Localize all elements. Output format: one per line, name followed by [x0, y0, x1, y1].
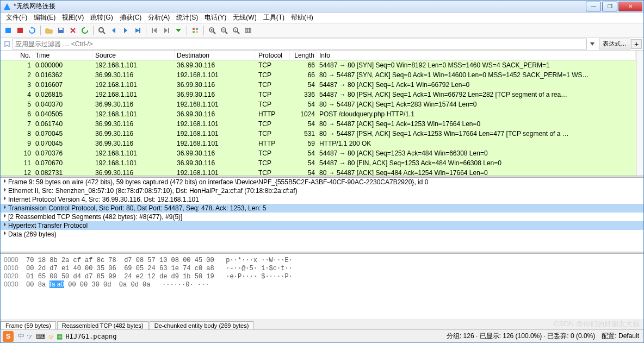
status-file: HIJ7G1.pcapng [66, 333, 117, 340]
toolbar: 1 [1, 23, 643, 38]
packet-row[interactable]: 70.06174036.99.30.116192.168.1.101TCP548… [1, 119, 636, 129]
menu-无线w[interactable]: 无线(W) [230, 12, 259, 23]
svg-marker-1 [5, 28, 11, 33]
bytes-tab[interactable]: Frame (59 bytes) [1, 321, 56, 329]
open-file-icon[interactable] [44, 25, 54, 36]
detail-line[interactable]: Data (269 bytes) [1, 230, 643, 239]
column-protocol[interactable]: Protocol [256, 51, 290, 60]
app-icon [3, 2, 11, 11]
column-time[interactable]: Time [33, 51, 93, 60]
expand-icon[interactable] [4, 222, 6, 227]
menu-视图v[interactable]: 视图(V) [59, 12, 87, 23]
menu-捕获c[interactable]: 捕获(C) [116, 12, 145, 23]
add-filter-button[interactable]: + [631, 39, 642, 49]
expand-icon[interactable] [4, 205, 6, 209]
menu-帮助h[interactable]: 帮助(H) [288, 12, 317, 23]
restart-capture-icon[interactable] [27, 25, 38, 36]
svg-line-32 [237, 32, 239, 34]
maximize-button[interactable]: ❐ [602, 2, 617, 11]
packet-row[interactable]: 110.070670192.168.1.10136.99.30.116TCP54… [1, 158, 636, 168]
packet-details-pane[interactable]: Frame 9: 59 bytes on wire (472 bits), 59… [1, 178, 643, 252]
stop-capture-icon[interactable] [15, 25, 26, 36]
detail-line[interactable]: Frame 9: 59 bytes on wire (472 bits), 59… [1, 178, 643, 186]
zoom-in-icon[interactable] [207, 25, 218, 36]
menu-跳转g[interactable]: 跳转(G) [87, 12, 116, 23]
zoom-out-icon[interactable] [219, 25, 230, 36]
colorize-icon[interactable] [190, 25, 201, 36]
expand-icon[interactable] [4, 231, 6, 235]
column-info[interactable]: Info [317, 51, 636, 60]
filter-dropdown-icon[interactable] [587, 39, 597, 49]
packet-row[interactable]: 30.016607192.168.1.10136.99.30.116TCP545… [1, 80, 636, 90]
display-filter-input[interactable] [13, 39, 587, 49]
bookmark-filter-icon[interactable] [2, 39, 12, 49]
minimize-button[interactable]: — [586, 2, 601, 11]
packet-bytes-pane[interactable]: 0000 70 18 8b 2a cf af 8c 78 d7 08 57 10… [1, 254, 643, 320]
menu-电话y[interactable]: 电话(Y) [201, 12, 230, 23]
packet-row[interactable]: 40.026815192.168.1.10136.99.30.116TCP336… [1, 90, 636, 99]
svg-rect-34 [247, 28, 249, 33]
reload-icon[interactable] [79, 25, 90, 36]
menu-工具t[interactable]: 工具(T) [260, 12, 288, 23]
menu-编辑e[interactable]: 编辑(E) [30, 12, 59, 23]
packet-list-body[interactable]: 10.000000192.168.1.10136.99.30.116TCP665… [1, 60, 636, 176]
svg-rect-2 [17, 28, 23, 33]
go-back-icon[interactable] [108, 25, 119, 36]
status-lang[interactable]: 中 ッ [18, 332, 33, 341]
packet-list-header[interactable]: No. Time Source Destination Protocol Len… [1, 51, 636, 60]
menubar: 文件(F)编辑(E)视图(V)跳转(G)捕获(C)分析(A)统计(S)电话(Y)… [1, 13, 643, 23]
go-to-packet-icon[interactable] [132, 25, 143, 36]
packet-row[interactable]: 90.07004536.99.30.116192.168.1.101HTTP59… [1, 139, 636, 148]
packet-row[interactable]: 120.08273136.99.30.116192.168.1.101TCP54… [1, 168, 636, 176]
bytes-tabbar: Frame (59 bytes)Reassembled TCP (482 byt… [1, 320, 643, 329]
start-capture-icon[interactable] [3, 25, 14, 36]
go-forward-icon[interactable] [120, 25, 131, 36]
detail-line[interactable]: [2 Reassembled TCP Segments (482 bytes):… [1, 213, 643, 221]
status-grid-icon[interactable]: ▦ [57, 333, 63, 340]
column-no[interactable]: No. [1, 51, 33, 60]
close-button[interactable]: ✕ [618, 2, 642, 11]
expand-icon[interactable] [4, 179, 6, 183]
ime-icon[interactable]: S [3, 331, 14, 342]
expand-icon[interactable] [4, 214, 6, 218]
column-source[interactable]: Source [93, 51, 175, 60]
detail-line[interactable]: Ethernet II, Src: Shenzhen_08:57:10 (8c:… [1, 186, 643, 195]
packet-row[interactable]: 60.040505192.168.1.10136.99.30.116HTTP10… [1, 109, 636, 119]
window-title: *无线网络连接 [14, 2, 586, 11]
svg-marker-12 [135, 28, 140, 33]
detail-line[interactable]: Hypertext Transfer Protocol [1, 221, 643, 230]
packet-minimap[interactable] [636, 51, 643, 176]
svg-marker-3 [30, 27, 32, 29]
expression-button[interactable]: 表达式… [599, 39, 630, 49]
packet-row[interactable]: 100.070376192.168.1.10136.99.30.116TCP54… [1, 148, 636, 158]
menu-统计s[interactable]: 统计(S) [173, 12, 201, 23]
bytes-tab[interactable]: Reassembled TCP (482 bytes) [57, 321, 148, 329]
column-length[interactable]: Length [290, 51, 317, 60]
packet-row[interactable]: 50.04037036.99.30.116192.168.1.101TCP548… [1, 99, 636, 109]
svg-marker-14 [153, 28, 157, 33]
resize-columns-icon[interactable] [243, 25, 253, 36]
packet-row[interactable]: 10.000000192.168.1.10136.99.30.116TCP665… [1, 60, 636, 70]
status-emoji-icon[interactable]: ☺ [47, 333, 54, 340]
status-profile[interactable]: 配置: Default [602, 332, 639, 341]
toolbar-separator [40, 26, 41, 35]
find-icon[interactable] [96, 25, 107, 36]
detail-line[interactable]: Transmission Control Protocol, Src Port:… [1, 204, 643, 213]
close-file-icon[interactable] [67, 25, 78, 36]
go-last-icon[interactable] [161, 25, 172, 36]
menu-分析a[interactable]: 分析(A) [145, 12, 173, 23]
bytes-tab[interactable]: De-chunked entity body (269 bytes) [150, 321, 254, 329]
expand-icon[interactable] [4, 196, 6, 201]
status-keyboard-icon[interactable]: ⌨ [36, 333, 45, 340]
menu-文件f[interactable]: 文件(F) [3, 12, 30, 23]
zoom-reset-icon[interactable]: 1 [231, 25, 242, 36]
svg-rect-33 [245, 28, 247, 33]
auto-scroll-icon[interactable] [173, 25, 184, 36]
detail-line[interactable]: Internet Protocol Version 4, Src: 36.99.… [1, 195, 643, 204]
expand-icon[interactable] [4, 188, 6, 192]
column-destination[interactable]: Destination [175, 51, 256, 60]
save-icon[interactable] [55, 25, 66, 36]
packet-row[interactable]: 80.07004536.99.30.116192.168.1.101TCP531… [1, 129, 636, 139]
go-first-icon[interactable] [149, 25, 160, 36]
packet-row[interactable]: 20.01636236.99.30.116192.168.1.101TCP668… [1, 70, 636, 80]
